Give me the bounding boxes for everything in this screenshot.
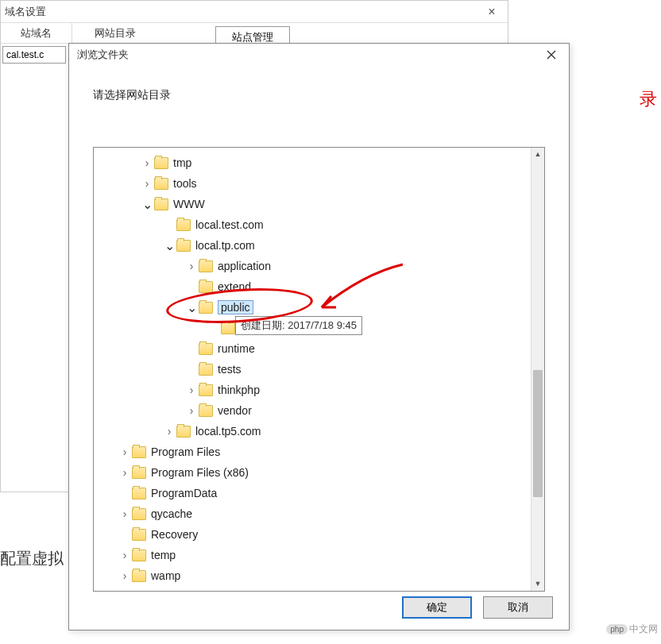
tree-node-label: vendor <box>218 404 252 417</box>
folder-icon <box>154 178 168 190</box>
folder-icon <box>199 405 213 417</box>
tree-node[interactable]: ›Program Files (x86) <box>94 462 544 483</box>
folder-icon <box>199 364 213 376</box>
dialog-title: 浏览文件夹 <box>77 48 129 60</box>
tree-node-label: local.tp5.com <box>195 425 261 438</box>
tree-node[interactable]: ›thinkphp <box>94 380 544 400</box>
scrollbar[interactable]: ▲ ▼ <box>531 148 544 591</box>
folder-tooltip: 创建日期: 2017/7/18 9:45 <box>235 316 362 335</box>
chevron-right-icon[interactable]: › <box>119 569 130 582</box>
scroll-thumb[interactable] <box>533 370 543 497</box>
tree-node-label: public <box>218 300 253 314</box>
tree-node[interactable]: ›temp <box>94 545 544 565</box>
ok-button[interactable]: 确定 <box>402 596 472 619</box>
tree-node[interactable]: ⌄public <box>94 297 544 318</box>
chevron-right-icon[interactable]: › <box>119 466 130 479</box>
folder-icon <box>154 199 168 210</box>
dialog-title-bar: 浏览文件夹 <box>69 44 569 66</box>
tree-node[interactable]: ›application <box>94 256 544 276</box>
tree-node-label: WWW <box>173 198 205 210</box>
chevron-right-icon[interactable]: › <box>186 260 197 272</box>
bg-red-text: 录 <box>640 87 657 111</box>
chevron-right-icon[interactable]: › <box>141 177 153 190</box>
folder-icon <box>221 322 235 334</box>
tree-node[interactable]: ›tools <box>94 173 544 194</box>
tree-node[interactable]: ProgramData <box>94 483 544 503</box>
close-icon[interactable] <box>534 44 569 66</box>
chevron-right-icon[interactable]: › <box>186 384 197 396</box>
scroll-up-icon[interactable]: ▲ <box>532 148 544 161</box>
tree-node-label: Program Files <box>151 445 220 458</box>
tree-node[interactable]: ›tmp <box>94 152 544 173</box>
folder-icon <box>132 550 146 561</box>
chevron-down-icon[interactable]: ⌄ <box>141 197 153 212</box>
watermark-badge: php <box>606 624 628 634</box>
tree-node-label: Program Files (x86) <box>151 466 249 479</box>
tree-node[interactable]: tests <box>94 359 544 380</box>
folder-icon <box>132 570 146 582</box>
tree-node-label: local.tp.com <box>195 239 255 252</box>
dialog-prompt: 请选择网站目录 <box>69 66 569 102</box>
tree-node-label: ProgramData <box>151 487 217 499</box>
cancel-button[interactable]: 取消 <box>483 596 553 619</box>
folder-icon <box>176 219 191 231</box>
folder-icon <box>176 426 191 438</box>
tree-node[interactable]: ›local.tp5.com <box>94 421 544 442</box>
folder-icon <box>176 240 191 252</box>
tree-node[interactable]: ›vendor <box>94 400 544 421</box>
dialog-button-row: 确定 取消 <box>394 596 553 619</box>
tree-node[interactable]: extend <box>94 276 544 297</box>
tree-node-label: tools <box>173 177 197 190</box>
chevron-right-icon[interactable]: › <box>119 445 130 458</box>
chevron-right-icon[interactable]: › <box>119 549 130 561</box>
tree-node-label: local.test.com <box>195 218 264 231</box>
tree-node-label: tmp <box>173 156 191 169</box>
folder-icon <box>132 529 146 541</box>
tree-node[interactable]: ›Program Files <box>94 442 544 462</box>
tree-node-label: tests <box>218 363 242 376</box>
watermark-text: 中文网 <box>629 623 658 634</box>
folder-icon <box>132 488 146 499</box>
tree-node-label: thinkphp <box>218 384 260 396</box>
column-dir: 网站目录 <box>75 23 155 44</box>
chevron-right-icon[interactable]: › <box>186 404 197 417</box>
folder-icon <box>132 508 146 520</box>
tree-node[interactable]: runtime <box>94 338 544 359</box>
folder-icon <box>199 302 213 314</box>
close-icon[interactable]: × <box>476 1 508 23</box>
domain-input[interactable] <box>2 46 66 64</box>
folder-icon <box>132 467 146 479</box>
folder-icon <box>199 384 213 396</box>
tree-node[interactable]: ›wamp <box>94 565 544 586</box>
parent-title: 域名设置 <box>5 6 46 17</box>
tree-node-label: runtime <box>218 342 255 355</box>
folder-icon <box>199 343 213 355</box>
tree-node-label: qycache <box>151 507 192 520</box>
chevron-right-icon[interactable]: › <box>119 507 130 520</box>
folder-icon <box>199 281 213 293</box>
scroll-down-icon[interactable]: ▼ <box>532 577 544 591</box>
folder-tree[interactable]: ›tmp›tools⌄WWWlocal.test.com⌄local.tp.co… <box>94 148 544 591</box>
tree-node[interactable]: local.test.com <box>94 214 544 235</box>
chevron-down-icon[interactable]: ⌄ <box>164 238 175 253</box>
tree-node-label: wamp <box>151 569 180 582</box>
column-domain: 站域名 <box>1 23 72 44</box>
tree-node[interactable]: ⌄local.tp.com <box>94 235 544 256</box>
folder-icon <box>132 446 146 458</box>
tree-node[interactable]: Recovery <box>94 524 544 545</box>
tree-node-label: extend <box>218 280 251 293</box>
bg-bottom-text: 配置虚拟 <box>0 548 64 569</box>
tree-node[interactable]: ⌄WWW <box>94 194 544 214</box>
browse-folder-dialog: 浏览文件夹 请选择网站目录 ›tmp›tools⌄WWWlocal.test.c… <box>68 43 570 631</box>
parent-title-bar: 域名设置 × <box>1 1 508 23</box>
tree-node-label: application <box>218 260 271 272</box>
tree-node[interactable]: ›qycache <box>94 503 544 524</box>
chevron-right-icon[interactable]: › <box>141 156 153 169</box>
tree-node-label: temp <box>151 549 176 561</box>
folder-icon <box>199 260 213 272</box>
folder-icon <box>154 157 168 169</box>
watermark: php中文网 <box>606 623 658 636</box>
folder-tree-container: ›tmp›tools⌄WWWlocal.test.com⌄local.tp.co… <box>93 147 545 592</box>
chevron-down-icon[interactable]: ⌄ <box>186 300 197 315</box>
chevron-right-icon[interactable]: › <box>164 425 175 438</box>
